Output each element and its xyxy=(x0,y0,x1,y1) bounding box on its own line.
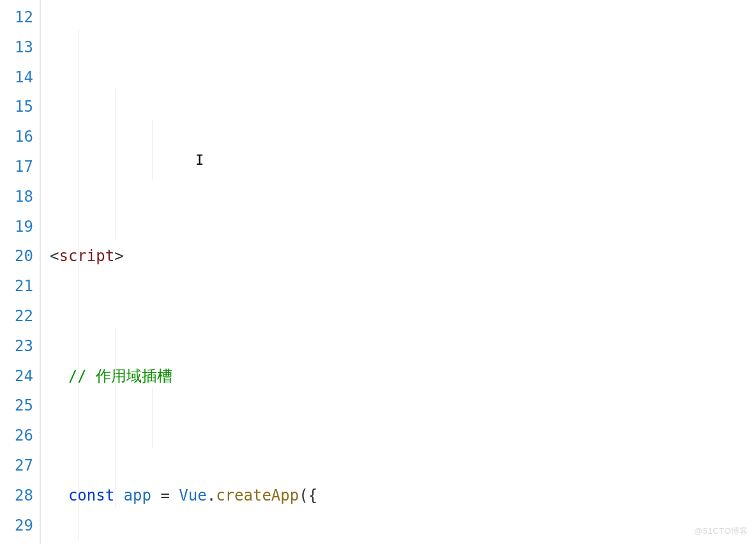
indent-guide xyxy=(115,329,116,508)
line-number: 19 xyxy=(0,212,33,242)
angle-bracket: < xyxy=(50,247,59,265)
angle-bracket: > xyxy=(114,247,123,265)
line-number: 21 xyxy=(0,271,33,301)
gutter-rule xyxy=(40,0,41,544)
code-area[interactable]: <script> // 作用域插槽 const app = Vue.create… xyxy=(50,0,400,544)
line-number: 14 xyxy=(0,63,33,93)
keyword: const xyxy=(68,487,114,504)
line-number: 28 xyxy=(0,481,33,511)
line-number: 15 xyxy=(0,92,33,122)
line-number: 26 xyxy=(0,421,33,451)
html-tag: script xyxy=(59,247,114,265)
code-line: const app = Vue.createApp({ xyxy=(50,481,400,511)
operator: = xyxy=(151,487,179,504)
code-line: <script> xyxy=(50,241,400,271)
code-editor[interactable]: 12 13 14 15 16 17 18 19 20 21 22 23 24 2… xyxy=(0,0,756,544)
line-number: 12 xyxy=(0,3,33,33)
variable: app xyxy=(124,487,151,504)
comment: // 作用域插槽 xyxy=(68,367,172,385)
line-number: 20 xyxy=(0,241,33,271)
function-call: createApp xyxy=(216,487,299,504)
line-number-gutter: 12 13 14 15 16 17 18 19 20 21 22 23 24 2… xyxy=(0,0,40,544)
line-number: 16 xyxy=(0,122,33,152)
punctuation: ({ xyxy=(299,487,317,504)
indent-guide xyxy=(78,29,79,540)
line-number: 18 xyxy=(0,182,33,212)
indent-guide xyxy=(152,388,153,448)
line-number: 29 xyxy=(0,511,33,541)
line-number: 24 xyxy=(0,361,33,391)
indent-guide xyxy=(115,89,116,239)
line-number: 22 xyxy=(0,301,33,331)
line-number: 23 xyxy=(0,331,33,361)
line-number: 27 xyxy=(0,451,33,481)
line-number: 17 xyxy=(0,152,33,182)
line-number: 13 xyxy=(0,33,33,63)
line-number: 25 xyxy=(0,391,33,421)
indent-guide xyxy=(152,119,153,179)
operator: . xyxy=(207,487,216,504)
class-name: Vue xyxy=(179,487,206,504)
watermark: @51CTO博客 xyxy=(694,523,748,539)
ibeam-cursor-icon: 𝙸 xyxy=(195,147,204,174)
code-line: // 作用域插槽 xyxy=(50,361,400,391)
